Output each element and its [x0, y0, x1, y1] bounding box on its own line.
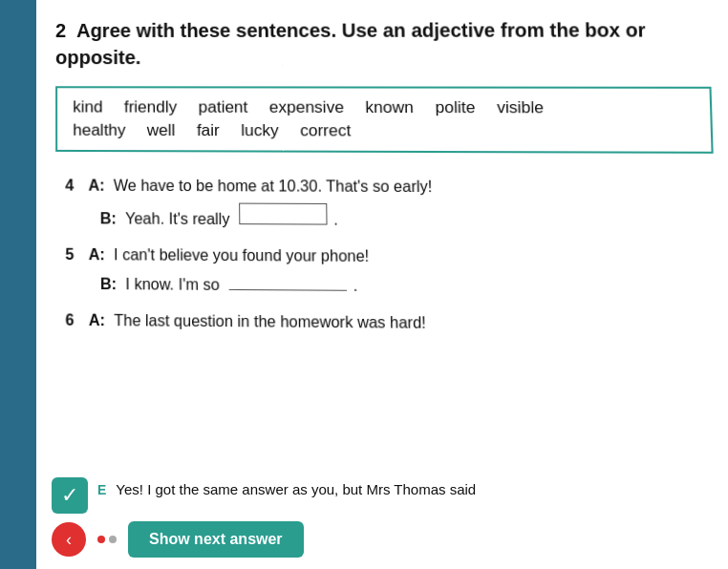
exercise-4-b: B: Yeah. It's really .	[100, 202, 728, 235]
exercise-6: 6 A: The last question in the homework w…	[65, 308, 728, 339]
exercise-5: 5 A: I can't believe you found your phon…	[65, 242, 728, 302]
ex4-num: 4	[65, 173, 82, 198]
ex4-answer-box[interactable]	[240, 202, 328, 224]
check-symbol: ✓	[61, 483, 78, 508]
exercise-4-a: 4 A: We have to be home at 10.30. That's…	[65, 173, 728, 200]
word-box-row1: kind friendly patient expensive known po…	[73, 97, 695, 117]
ex4-speaker-b: B:	[100, 206, 119, 231]
ex6-speaker-a: A:	[89, 308, 108, 334]
ex4-period: .	[333, 207, 338, 232]
word-visible: visible	[497, 98, 544, 118]
ex5-speaker-a: A:	[89, 242, 108, 267]
word-lucky: lucky	[241, 121, 279, 140]
ex5-text-a: I can't believe you found your phone!	[114, 242, 369, 269]
exercises-list: 4 A: We have to be home at 10.30. That's…	[55, 173, 728, 339]
back-button[interactable]: ‹	[52, 522, 86, 557]
ex5-period: .	[353, 273, 357, 299]
dot-1	[97, 536, 105, 543]
back-icon: ‹	[66, 530, 72, 550]
ex5-speaker-b: B:	[100, 271, 119, 296]
e-label: E	[97, 482, 106, 497]
dot-2	[109, 536, 117, 543]
exercise-5-b: B: I know. I'm so .	[100, 271, 728, 301]
exercise-4: 4 A: We have to be home at 10.30. That's…	[65, 173, 728, 234]
exercise-6-a: 6 A: The last question in the homework w…	[65, 308, 728, 339]
word-box: kind friendly patient expensive known po…	[55, 86, 714, 154]
word-box-row2: healthy well fair lucky correct	[73, 121, 696, 142]
question-number: 2	[55, 20, 66, 41]
ex5-num: 5	[65, 242, 82, 267]
exercise-5-a: 5 A: I can't believe you found your phon…	[65, 242, 728, 272]
bottom-bar: ‹ Show next answer	[52, 521, 713, 558]
progress-dots	[97, 536, 117, 543]
ex5-text-b: I know. I'm so	[125, 271, 220, 297]
word-well: well	[147, 121, 176, 140]
ex4-text-a: We have to be home at 10.30. That's so e…	[114, 173, 433, 199]
check-icon: ✓	[52, 477, 88, 514]
word-known: known	[365, 98, 414, 117]
instruction-text: Agree with these sentences. Use an adjec…	[55, 19, 646, 68]
word-correct: correct	[300, 121, 351, 141]
ex4-speaker-a: A:	[88, 173, 107, 198]
word-polite: polite	[435, 98, 475, 117]
question-header: 2 Agree with these sentences. Use an adj…	[55, 16, 725, 71]
ex4-text-b: Yeah. It's really	[125, 206, 230, 232]
ex5-answer-line[interactable]	[229, 289, 347, 291]
word-expensive: expensive	[269, 98, 344, 117]
bottom-section: ✓ E Yes! I got the same answer as you, b…	[36, 472, 728, 569]
left-sidebar	[0, 0, 36, 569]
e-text: Yes! I got the same answer as you, but M…	[116, 481, 476, 497]
word-kind: kind	[73, 97, 102, 116]
word-healthy: healthy	[73, 121, 125, 140]
word-fair: fair	[197, 121, 220, 140]
ex6-num: 6	[65, 308, 82, 333]
word-patient: patient	[198, 98, 247, 117]
ex6-text-a: The last question in the homework was ha…	[114, 308, 426, 336]
word-friendly: friendly	[124, 97, 178, 116]
show-next-button[interactable]: Show next answer	[128, 521, 304, 558]
